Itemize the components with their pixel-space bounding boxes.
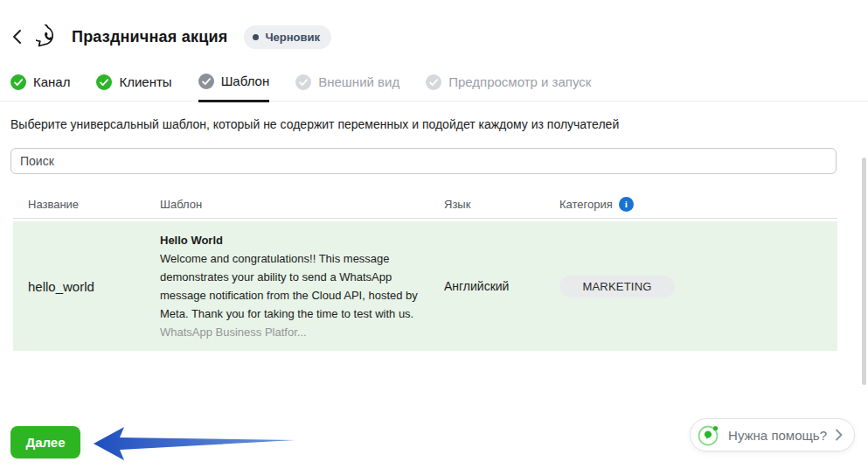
table-header-row: Название Шаблон Язык Категория i	[13, 190, 837, 219]
chevron-right-icon	[835, 429, 843, 441]
column-header-template: Шаблон	[160, 198, 444, 211]
status-badge: Черновик	[244, 25, 331, 49]
next-button[interactable]: Далее	[10, 426, 80, 458]
column-header-name: Название	[28, 198, 160, 211]
tab-appearance[interactable]: Внешний вид	[295, 74, 399, 101]
whatsapp-icon	[36, 24, 60, 49]
check-circle-icon	[10, 74, 26, 90]
page-header: Праздничная акция Черновик	[10, 23, 331, 51]
back-button[interactable]	[10, 29, 24, 45]
template-footer: WhatsApp Business Platfor...	[160, 323, 422, 341]
wizard-tabs: Канал Клиенты Шаблон Внешний вид Предпро…	[0, 74, 868, 102]
tab-channel[interactable]: Канал	[10, 74, 70, 101]
chevron-left-icon	[10, 29, 24, 45]
column-header-language: Язык	[444, 198, 559, 211]
column-header-category: Категория i	[559, 197, 837, 212]
campaign-template-page: Праздничная акция Черновик Канал Клиенты…	[0, 0, 868, 469]
tab-preview-launch[interactable]: Предпросмотр и запуск	[426, 74, 591, 101]
check-circle-icon	[426, 74, 441, 90]
search-input[interactable]	[10, 148, 837, 174]
category-badge: MARKETING	[559, 276, 675, 298]
template-title: Hello World	[160, 231, 422, 249]
check-circle-icon	[198, 74, 214, 89]
check-circle-icon	[295, 74, 311, 90]
template-category: MARKETING	[559, 276, 837, 298]
status-dot-icon	[253, 34, 259, 40]
templates-table: Название Шаблон Язык Категория i hello_w…	[13, 190, 837, 351]
tab-template[interactable]: Шаблон	[198, 74, 270, 102]
tab-clients[interactable]: Клиенты	[96, 74, 171, 101]
left-arrow-annotation	[91, 424, 301, 466]
template-name: hello_world	[28, 279, 160, 294]
page-title: Праздничная акция	[72, 28, 227, 46]
template-preview: Hello World Welcome and congratulations!…	[160, 221, 433, 351]
vertical-scrollbar[interactable]	[862, 158, 866, 385]
help-button-label: Нужна помощь?	[728, 428, 827, 443]
check-circle-icon	[96, 74, 112, 90]
help-button[interactable]: Нужна помощь?	[690, 418, 855, 452]
template-step-description: Выберите универсальный шаблон, который н…	[10, 117, 619, 131]
template-language: Английский	[444, 279, 559, 293]
help-balloon-icon	[697, 424, 720, 447]
table-row[interactable]: hello_world Hello World Welcome and cong…	[13, 221, 837, 351]
template-body: Welcome and congratulations!! This messa…	[160, 249, 422, 323]
info-icon[interactable]: i	[619, 197, 634, 212]
